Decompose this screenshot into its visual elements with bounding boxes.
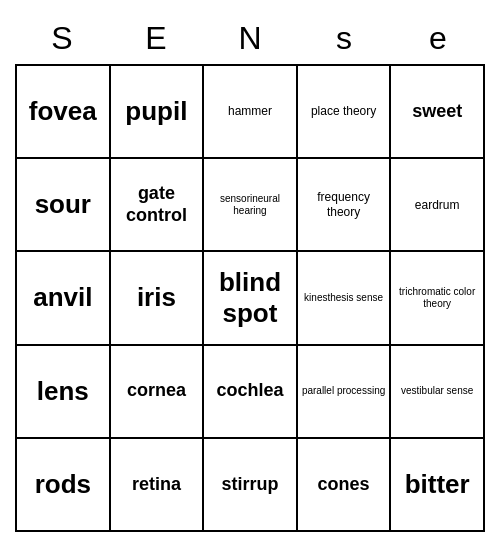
bingo-cell-4-3: cones bbox=[298, 439, 392, 532]
bingo-cell-0-2: hammer bbox=[204, 66, 298, 159]
header-letter-4: e bbox=[391, 12, 485, 64]
bingo-cell-4-0: rods bbox=[17, 439, 111, 532]
bingo-cell-0-0: fovea bbox=[17, 66, 111, 159]
bingo-cell-3-3: parallel processing bbox=[298, 346, 392, 439]
bingo-row-3: lenscorneacochleaparallel processingvest… bbox=[17, 346, 485, 439]
bingo-cell-2-3: kinesthesis sense bbox=[298, 252, 392, 345]
bingo-cell-1-2: sensorineural hearing bbox=[204, 159, 298, 252]
header-letter-3: s bbox=[297, 12, 391, 64]
bingo-cell-1-3: frequency theory bbox=[298, 159, 392, 252]
bingo-cell-0-4: sweet bbox=[391, 66, 485, 159]
bingo-header: SENse bbox=[15, 12, 485, 64]
bingo-cell-2-1: iris bbox=[111, 252, 205, 345]
bingo-cell-2-4: trichromatic color theory bbox=[391, 252, 485, 345]
bingo-cell-1-0: sour bbox=[17, 159, 111, 252]
bingo-row-4: rodsretinastirrupconesbitter bbox=[17, 439, 485, 532]
bingo-cell-0-1: pupil bbox=[111, 66, 205, 159]
bingo-cell-4-2: stirrup bbox=[204, 439, 298, 532]
bingo-cell-4-4: bitter bbox=[391, 439, 485, 532]
bingo-row-0: foveapupilhammerplace theorysweet bbox=[17, 66, 485, 159]
bingo-row-2: anvilirisblind spotkinesthesis sensetric… bbox=[17, 252, 485, 345]
bingo-cell-3-1: cornea bbox=[111, 346, 205, 439]
bingo-cell-1-4: eardrum bbox=[391, 159, 485, 252]
bingo-cell-3-0: lens bbox=[17, 346, 111, 439]
bingo-cell-0-3: place theory bbox=[298, 66, 392, 159]
header-letter-1: E bbox=[109, 12, 203, 64]
bingo-row-1: sourgate controlsensorineural hearingfre… bbox=[17, 159, 485, 252]
bingo-cell-3-2: cochlea bbox=[204, 346, 298, 439]
bingo-cell-1-1: gate control bbox=[111, 159, 205, 252]
bingo-cell-2-2: blind spot bbox=[204, 252, 298, 345]
bingo-cell-2-0: anvil bbox=[17, 252, 111, 345]
header-letter-2: N bbox=[203, 12, 297, 64]
bingo-cell-4-1: retina bbox=[111, 439, 205, 532]
bingo-card: SENse foveapupilhammerplace theorysweets… bbox=[15, 12, 485, 532]
bingo-cell-3-4: vestibular sense bbox=[391, 346, 485, 439]
header-letter-0: S bbox=[15, 12, 109, 64]
bingo-grid: foveapupilhammerplace theorysweetsourgat… bbox=[15, 64, 485, 532]
